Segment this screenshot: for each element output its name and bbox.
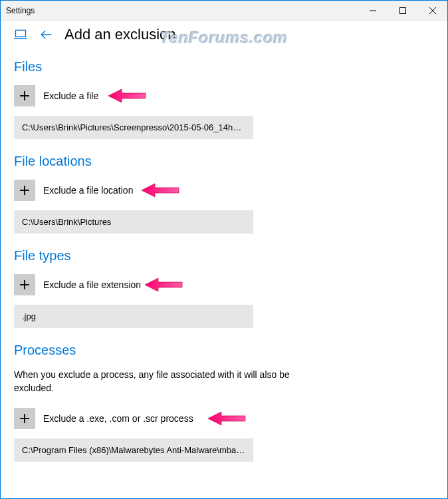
- annotation-arrow-icon: [140, 181, 180, 200]
- add-process-row: Exclude a .exe, .com or .scr process: [14, 408, 434, 429]
- annotation-arrow-icon: [207, 409, 247, 428]
- device-icon: [14, 29, 27, 40]
- add-type-button[interactable]: [14, 274, 35, 295]
- svg-marker-9: [108, 89, 146, 102]
- svg-marker-18: [208, 412, 245, 425]
- exclusion-item-location[interactable]: C:\Users\Brink\Pictures: [14, 210, 253, 234]
- window-title: Settings: [6, 6, 35, 15]
- titlebar: Settings: [1, 1, 447, 21]
- svg-marker-12: [142, 184, 179, 197]
- add-location-button[interactable]: [14, 180, 35, 201]
- add-type-label: Exclude a file extension: [43, 279, 141, 290]
- exclusion-item-process[interactable]: C:\Program Files (x86)\Malwarebytes Anti…: [14, 438, 253, 462]
- exclusion-item-type[interactable]: .jpg: [14, 305, 253, 328]
- maximize-button[interactable]: [388, 1, 417, 20]
- back-button[interactable]: [39, 28, 53, 41]
- annotation-arrow-icon: [107, 86, 147, 105]
- add-type-row: Exclude a file extension: [14, 274, 434, 295]
- section-title-locations: File locations: [14, 154, 434, 169]
- section-types: File types Exclude a file extension .jpg: [14, 248, 434, 328]
- svg-marker-15: [145, 278, 182, 291]
- section-files: Files Exclude a file C:\Users\Brink\Pict…: [14, 59, 434, 139]
- page-header: Add an exclusion: [1, 21, 447, 46]
- add-location-label: Exclude a file location: [43, 185, 133, 196]
- add-location-row: Exclude a file location: [14, 180, 434, 201]
- minimize-button[interactable]: [358, 1, 388, 20]
- add-file-label: Exclude a file: [43, 90, 98, 101]
- section-title-files: Files: [14, 59, 434, 75]
- section-desc-processes: When you exclude a process, any file ass…: [14, 369, 293, 395]
- svg-rect-1: [399, 7, 405, 13]
- svg-rect-4: [16, 30, 26, 37]
- window-controls: [358, 1, 447, 20]
- annotation-arrow-icon: [144, 275, 183, 294]
- section-title-types: File types: [14, 248, 434, 263]
- add-file-row: Exclude a file: [14, 85, 434, 106]
- close-button[interactable]: [417, 1, 447, 20]
- add-process-label: Exclude a .exe, .com or .scr process: [43, 413, 193, 424]
- page-title: Add an exclusion: [64, 26, 176, 43]
- section-locations: File locations Exclude a file location C…: [14, 154, 434, 234]
- add-process-button[interactable]: [14, 408, 35, 429]
- section-title-processes: Processes: [14, 343, 434, 358]
- content-area: Files Exclude a file C:\Users\Brink\Pict…: [1, 46, 447, 475]
- add-file-button[interactable]: [14, 85, 35, 106]
- exclusion-item-file[interactable]: C:\Users\Brink\Pictures\Screenpresso\201…: [14, 116, 253, 139]
- section-processes: Processes When you exclude a process, an…: [14, 343, 434, 462]
